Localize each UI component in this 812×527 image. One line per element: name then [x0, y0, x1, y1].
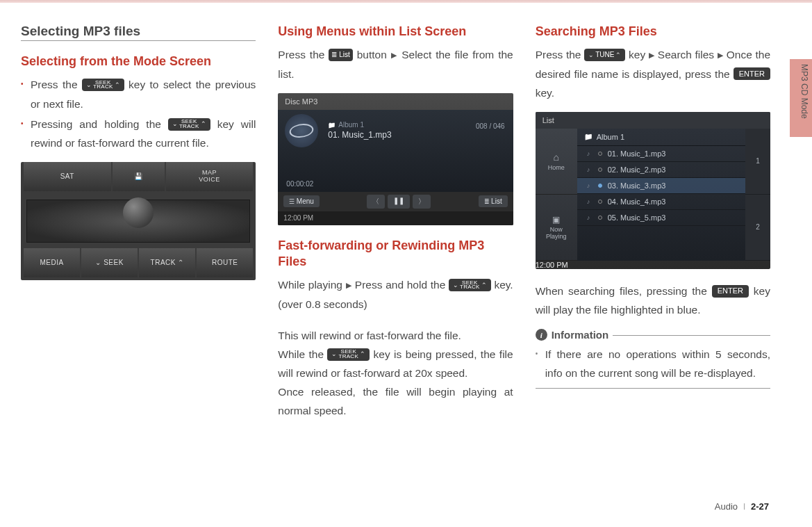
mode-bullets: Press the ⌄SEEKTRACK⌃ key to select the … — [21, 75, 256, 152]
list-row: 01. Music_1.mp3 — [577, 146, 745, 162]
arrow-icon: ▶ — [718, 51, 723, 60]
info-bullets: If there are no operations within 5 seco… — [536, 345, 770, 382]
list-instruction: Press the ≣List button ▶ Select the file… — [278, 45, 513, 83]
seek-track-key: ⌄SEEKTRACK⌃ — [327, 348, 370, 361]
ffwd-p4: Once released, the file will begin playi… — [278, 382, 513, 420]
list-time: 12:00 PM — [536, 261, 770, 269]
page-num: 2 — [745, 195, 770, 261]
now-playing-screenshot: Disc MP3 Album 1 01. Music_1.mp3 008 / 0… — [278, 93, 513, 225]
search-note: When searching files, pressing the ENTER… — [536, 282, 770, 319]
list-side-nowplaying: ▣Now Playing — [536, 195, 577, 261]
arrow-icon: ▶ — [346, 282, 351, 290]
file-list-screenshot: List ⌂Home ▣Now Playing Album 1 01. Musi… — [536, 112, 770, 269]
subheading-ffwd: Fast-forwarding or Rewinding MP3 Files — [278, 238, 513, 270]
np-album: Album 1 — [328, 121, 391, 129]
pause-icon: ❚❚ — [388, 195, 410, 209]
list-row: 02. Music_2.mp3 — [577, 162, 745, 178]
list-key: ≣List — [329, 49, 353, 61]
side-section-label: MP3 CD Mode — [799, 64, 809, 119]
np-elapsed: 00:00:02 — [286, 180, 313, 188]
np-track: 01. Music_1.mp3 — [328, 130, 391, 140]
hyundai-logo-icon — [285, 114, 318, 147]
hw-btn-sd: 💾 — [113, 162, 165, 191]
ffwd-p2: This will rewind or fast-forward the fil… — [278, 326, 513, 345]
search-instruction: Press the ⌄TUNE⌃ key ▶ Search files ▶ On… — [536, 45, 770, 102]
tune-key: ⌄TUNE⌃ — [584, 49, 625, 61]
np-controls: Menu 〈 ❚❚ 〉 List — [278, 192, 513, 211]
hw-btn-route: ROUTE — [197, 248, 253, 277]
list-sidebar: ⌂Home ▣Now Playing — [536, 129, 577, 261]
list-header: List — [536, 112, 770, 129]
seek-track-key: ⌄SEEKTRACK⌃ — [168, 118, 210, 131]
list-pager: 1 2 — [745, 129, 770, 261]
np-header: Disc MP3 — [278, 93, 513, 110]
hw-btn-track-up: TRACK ⌃ — [139, 248, 195, 277]
hw-btn-sat: SAT — [24, 162, 111, 191]
list-main: Album 1 01. Music_1.mp3 02. Music_2.mp3 … — [577, 129, 745, 261]
hw-btn-map-voice: MAP VOICE — [166, 162, 254, 191]
list-row: 04. Music_4.mp3 — [577, 194, 745, 210]
footer-divider: I — [743, 501, 746, 512]
column-2: Using Menus within List Screen Press the… — [278, 24, 513, 420]
np-list-btn: List — [479, 195, 508, 207]
hw-btn-seek-down: ⌄ SEEK — [81, 248, 138, 277]
subheading-list-menus: Using Menus within List Screen — [278, 24, 513, 40]
seek-track-key: ⌄SEEKTRACK⌃ — [449, 279, 491, 291]
hardware-panel-screenshot: SAT 💾 MAP VOICE MEDIA ⌄ SEEK TRACK ⌃ ROU… — [21, 162, 256, 280]
footer-section: Audio — [715, 501, 738, 512]
ffwd-p3: While the ⌄SEEKTRACK⌃ key is being press… — [278, 345, 513, 382]
np-counter: 008 / 046 — [476, 122, 505, 130]
subheading-search: Searching MP3 Files — [536, 24, 770, 40]
divider — [613, 335, 770, 336]
prev-icon: 〈 — [367, 195, 385, 209]
footer-page: 2-27 — [751, 501, 769, 512]
ffwd-p1: While playing ▶ Press and hold the ⌄SEEK… — [278, 275, 513, 313]
divider — [536, 388, 770, 389]
subheading-mode-screen: Selecting from the Mode Screen — [21, 54, 256, 70]
information-label: Information — [552, 329, 609, 341]
column-1: Selecting MP3 files Selecting from the M… — [21, 24, 256, 420]
enter-key: ENTER — [712, 285, 749, 298]
np-main: Album 1 01. Music_1.mp3 008 / 046 00:00:… — [278, 110, 513, 192]
information-header: i Information — [536, 329, 770, 341]
seek-track-key: ⌄SEEKTRACK⌃ — [82, 79, 124, 91]
next-icon: 〉 — [413, 195, 431, 209]
list-row: 05. Music_5.mp3 — [577, 210, 745, 226]
arrow-icon: ▶ — [649, 51, 654, 60]
hw-display — [26, 200, 250, 243]
hw-knob — [123, 197, 154, 228]
arrow-icon: ▶ — [391, 51, 398, 60]
column-3: Searching MP3 Files Press the ⌄TUNE⌃ key… — [536, 24, 770, 420]
hw-btn-media: MEDIA — [24, 248, 80, 277]
page-content: Selecting MP3 files Selecting from the M… — [0, 3, 812, 420]
np-menu-btn: Menu — [283, 195, 320, 207]
section-title-rule: Selecting MP3 files — [21, 24, 256, 41]
info-icon: i — [536, 329, 547, 341]
section-title: Selecting MP3 files — [21, 24, 140, 40]
enter-key: ENTER — [734, 67, 770, 80]
list-album: Album 1 — [577, 129, 745, 146]
info-bullet: If there are no operations within 5 seco… — [536, 345, 770, 382]
bullet-2: Pressing and holding the ⌄SEEKTRACK⌃ key… — [21, 115, 256, 152]
page-num: 1 — [745, 129, 770, 195]
bullet-1: Press the ⌄SEEKTRACK⌃ key to select the … — [21, 75, 256, 113]
list-row-highlighted: 03. Music_3.mp3 — [577, 178, 745, 194]
list-side-home: ⌂Home — [536, 129, 577, 195]
np-time: 12:00 PM — [278, 211, 513, 225]
page-footer: Audio I 2-27 — [715, 501, 769, 512]
